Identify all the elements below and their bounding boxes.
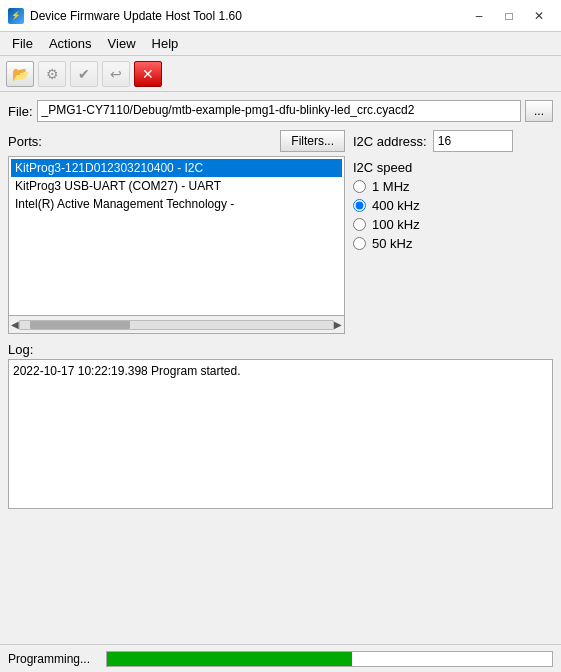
app-icon: ⚡: [8, 8, 24, 24]
program-button: ⚙: [38, 61, 66, 87]
horizontal-scrollbar[interactable]: [19, 320, 334, 330]
speed-400khz-label: 400 kHz: [372, 198, 420, 213]
main-content: File: _PMG1-CY7110/Debug/mtb-example-pmg…: [0, 92, 561, 644]
status-text: Programming...: [8, 652, 98, 666]
log-section: Log: 2022-10-17 10:22:19.398 Program sta…: [8, 342, 553, 509]
speed-1mhz-label: 1 MHz: [372, 179, 410, 194]
browse-button[interactable]: ...: [525, 100, 553, 122]
port-item-0[interactable]: KitProg3-121D012303210400 - I2C: [11, 159, 342, 177]
i2c-address-input[interactable]: [433, 130, 513, 152]
menu-bar: File Actions View Help: [0, 32, 561, 56]
log-label: Log:: [8, 342, 553, 357]
speed-100khz-row: 100 kHz: [353, 217, 553, 232]
log-area[interactable]: 2022-10-17 10:22:19.398 Program started.: [8, 359, 553, 509]
ports-list[interactable]: KitProg3-121D012303210400 - I2C KitProg3…: [8, 156, 345, 316]
status-bar: Programming...: [0, 644, 561, 672]
title-buttons: – □ ✕: [465, 5, 553, 27]
file-label: File:: [8, 104, 33, 119]
progress-bar-fill: [107, 652, 352, 666]
menu-file[interactable]: File: [4, 34, 41, 53]
file-row: File: _PMG1-CY7110/Debug/mtb-example-pmg…: [8, 100, 553, 122]
speed-50khz-row: 50 kHz: [353, 236, 553, 251]
i2c-section: I2C address: I2C speed 1 MHz 400 kHz 100…: [353, 130, 553, 334]
scrollbar-thumb: [30, 321, 130, 329]
middle-row: Ports: Filters... KitProg3-121D012303210…: [8, 130, 553, 334]
title-text: Device Firmware Update Host Tool 1.60: [30, 9, 242, 23]
port-item-2[interactable]: Intel(R) Active Management Technology -: [11, 195, 342, 213]
speed-1mhz-row: 1 MHz: [353, 179, 553, 194]
close-button[interactable]: ✕: [525, 5, 553, 27]
maximize-button[interactable]: □: [495, 5, 523, 27]
menu-actions[interactable]: Actions: [41, 34, 100, 53]
file-path-display: _PMG1-CY7110/Debug/mtb-example-pmg1-dfu-…: [37, 100, 521, 122]
port-item-1[interactable]: KitProg3 USB-UART (COM27) - UART: [11, 177, 342, 195]
menu-help[interactable]: Help: [144, 34, 187, 53]
menu-view[interactable]: View: [100, 34, 144, 53]
i2c-address-label: I2C address:: [353, 134, 427, 149]
ports-section: Ports: Filters... KitProg3-121D012303210…: [8, 130, 345, 334]
i2c-addr-row: I2C address:: [353, 130, 553, 152]
progress-bar-container: [106, 651, 553, 667]
stop-button[interactable]: ✕: [134, 61, 162, 87]
ports-label: Ports:: [8, 134, 42, 149]
speed-1mhz-radio[interactable]: [353, 180, 366, 193]
filters-button[interactable]: Filters...: [280, 130, 345, 152]
scroll-right-icon[interactable]: ▶: [334, 319, 342, 330]
minimize-button[interactable]: –: [465, 5, 493, 27]
speed-50khz-label: 50 kHz: [372, 236, 412, 251]
title-bar: ⚡ Device Firmware Update Host Tool 1.60 …: [0, 0, 561, 32]
i2c-speed-label: I2C speed: [353, 160, 553, 175]
speed-50khz-radio[interactable]: [353, 237, 366, 250]
ports-nav-row: ◀ ▶: [8, 316, 345, 334]
speed-100khz-label: 100 kHz: [372, 217, 420, 232]
verify-button: ✔: [70, 61, 98, 87]
toolbar: 📂 ⚙ ✔ ↩ ✕: [0, 56, 561, 92]
open-folder-button[interactable]: 📂: [6, 61, 34, 87]
ports-header: Ports: Filters...: [8, 130, 345, 152]
speed-400khz-radio[interactable]: [353, 199, 366, 212]
speed-400khz-row: 400 kHz: [353, 198, 553, 213]
scroll-left-icon[interactable]: ◀: [11, 319, 19, 330]
speed-100khz-radio[interactable]: [353, 218, 366, 231]
upgrade-button: ↩: [102, 61, 130, 87]
